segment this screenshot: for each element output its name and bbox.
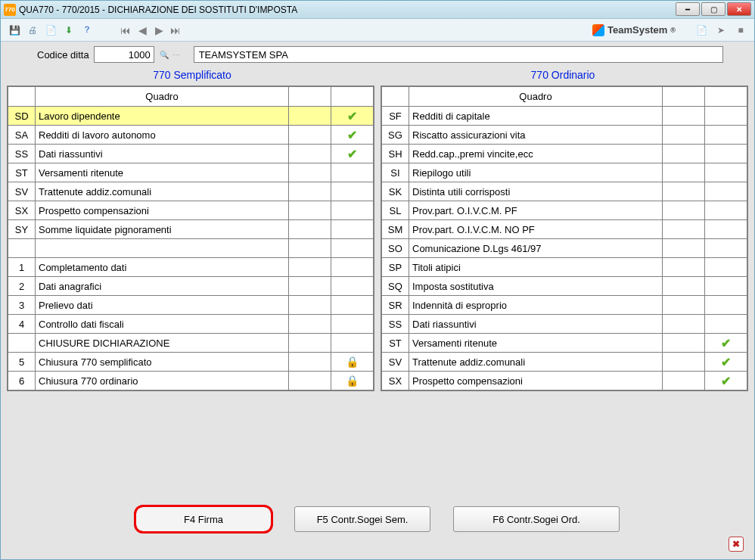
table-row[interactable]: SHRedd.cap.,premi vincite,ecc: [382, 145, 747, 163]
codice-ditta-input[interactable]: [94, 46, 154, 63]
cell-col-b: [705, 315, 747, 334]
cell-code: SS: [8, 145, 36, 163]
company-name-input[interactable]: [194, 46, 723, 63]
search-icon[interactable]: 🔍: [159, 49, 169, 60]
cell-col-a: [289, 107, 331, 126]
table-row[interactable]: [8, 239, 374, 258]
table-ordinario: Quadro SFRedditi di capitaleSGRiscatto a…: [381, 86, 748, 391]
cell-col-a: [663, 334, 705, 353]
cell-desc: Prospetto compensazioni: [36, 201, 289, 220]
cell-code: ST: [8, 163, 36, 182]
disk-icon[interactable]: 💾: [7, 23, 22, 38]
col-code: [382, 87, 409, 107]
table-row[interactable]: SRIndennità di esproprio: [382, 296, 747, 315]
window-title: QUA770 - 770/2015 - DICHIARAZIONE DEI SO…: [19, 5, 751, 15]
cell-col-b: [705, 258, 747, 277]
link-semplificato[interactable]: 770 Semplificato: [7, 69, 378, 81]
cell-col-a: [663, 201, 705, 220]
cell-col-b: [331, 220, 374, 239]
table-row[interactable]: SQImposta sostitutiva: [382, 277, 747, 296]
window-maximize-button[interactable]: ▢: [701, 2, 725, 16]
window-minimize-button[interactable]: ━: [676, 2, 700, 16]
col-quadro: Quadro: [409, 87, 663, 107]
table-row[interactable]: 5Chiusura 770 semplificato🔒: [8, 353, 374, 372]
cell-desc: Dati riassuntivi: [36, 145, 289, 163]
cell-desc: Trattenute addiz.comunali: [36, 182, 289, 201]
cell-col-b: [331, 315, 374, 334]
cell-code: SM: [382, 220, 409, 239]
cell-desc: Versamenti ritenute: [409, 334, 663, 353]
table-row[interactable]: SSDati riassuntivi: [382, 315, 747, 334]
export-icon[interactable]: ⬇: [61, 23, 76, 38]
check-icon: ✔: [347, 110, 357, 123]
table-row[interactable]: 4Controllo dati fiscali: [8, 315, 374, 334]
nav-last-icon[interactable]: ⏭: [169, 23, 182, 37]
cell-col-a: [663, 353, 705, 372]
forward-icon[interactable]: ➤: [713, 23, 729, 38]
table-row[interactable]: 3Prelievo dati: [8, 296, 374, 315]
table-row[interactable]: SIRiepilogo utili: [382, 163, 747, 182]
cell-desc: Somme liquidate pignoramenti: [36, 220, 289, 239]
table-row[interactable]: SKDistinta utili corrisposti: [382, 182, 747, 201]
table-row[interactable]: SFRedditi di capitale: [382, 107, 747, 126]
ellipsis-icon[interactable]: ⋯: [171, 49, 182, 60]
close-icon[interactable]: ✖: [729, 537, 744, 552]
lock-icon: 🔒: [346, 375, 359, 387]
cell-code: SL: [382, 201, 409, 220]
nav-next-icon[interactable]: ▶: [152, 23, 166, 37]
cell-col-b: [705, 239, 747, 258]
cell-col-a: [663, 107, 705, 126]
col-code: [8, 87, 36, 107]
copy-icon[interactable]: 📄: [43, 23, 58, 38]
cell-col-b: ✔: [331, 107, 374, 126]
table-row[interactable]: SARedditi di lavoro autonomo✔: [8, 126, 374, 145]
cell-code: 5: [8, 353, 36, 372]
cell-desc: Chiusura 770 semplificato: [36, 353, 289, 372]
table-row[interactable]: SSDati riassuntivi✔: [8, 145, 374, 163]
table-row[interactable]: SLProv.part. O.I.V.C.M. PF: [382, 201, 747, 220]
table-row[interactable]: SDLavoro dipendente✔: [8, 107, 374, 126]
teamsystem-logo: TeamSystem®: [592, 24, 676, 36]
table-row[interactable]: STVersamenti ritenute✔: [382, 334, 747, 353]
table-row[interactable]: SYSomme liquidate pignoramenti: [8, 220, 374, 239]
cell-col-b: [705, 220, 747, 239]
firma-button[interactable]: F4 Firma: [135, 506, 272, 532]
stop-icon[interactable]: ■: [733, 23, 748, 38]
check-icon: ✔: [347, 148, 357, 160]
table-row[interactable]: CHIUSURE DICHIARAZIONE: [8, 334, 374, 353]
cell-col-a: [663, 126, 705, 145]
table-row[interactable]: SGRiscatto assicurazioni vita: [382, 126, 747, 145]
table-row[interactable]: SOComunicazione D.Lgs 461/97: [382, 239, 747, 258]
table-row[interactable]: SVTrattenute addiz.comunali: [8, 182, 374, 201]
cell-code: [8, 239, 36, 258]
cell-col-b: [705, 163, 747, 182]
cell-desc: Prelievo dati: [36, 296, 289, 315]
nav-first-icon[interactable]: ⏮: [119, 23, 132, 37]
contr-sogei-ord-button[interactable]: F6 Contr.Sogei Ord.: [453, 506, 620, 532]
table-row[interactable]: 2Dati anagrafici: [8, 277, 374, 296]
table-row[interactable]: SMProv.part. O.I.V.C.M. NO PF: [382, 220, 747, 239]
window-close-button[interactable]: ✕: [727, 2, 751, 16]
nav-prev-icon[interactable]: ◀: [135, 23, 149, 37]
table-row[interactable]: 6Chiusura 770 ordinario🔒: [8, 372, 374, 390]
table-row[interactable]: SVTrattenute addiz.comunali✔: [382, 353, 747, 372]
table-row[interactable]: SXProspetto compensazioni: [8, 201, 374, 220]
help-icon[interactable]: ？: [79, 23, 95, 38]
cell-desc: Prov.part. O.I.V.C.M. PF: [409, 201, 663, 220]
cell-code: SF: [382, 107, 409, 126]
table-row[interactable]: 1Completamento dati: [8, 258, 374, 277]
table-row[interactable]: SXProspetto compensazioni✔: [382, 372, 747, 390]
table-row[interactable]: SPTitoli atipici: [382, 258, 747, 277]
cell-col-b: 🔒: [331, 353, 374, 372]
table-row[interactable]: STVersamenti ritenute: [8, 163, 374, 182]
link-ordinario[interactable]: 770 Ordinario: [378, 69, 748, 81]
app-icon: 770: [4, 4, 16, 16]
cell-col-b: [705, 126, 747, 145]
print-icon[interactable]: 🖨: [25, 23, 40, 38]
cell-col-b: ✔: [331, 145, 374, 163]
cell-code: 6: [8, 372, 36, 390]
document-icon[interactable]: 📄: [694, 23, 709, 38]
cell-col-a: [289, 163, 331, 182]
contr-sogei-sem-button[interactable]: F5 Contr.Sogei Sem.: [294, 506, 430, 532]
cell-desc: Prov.part. O.I.V.C.M. NO PF: [409, 220, 663, 239]
